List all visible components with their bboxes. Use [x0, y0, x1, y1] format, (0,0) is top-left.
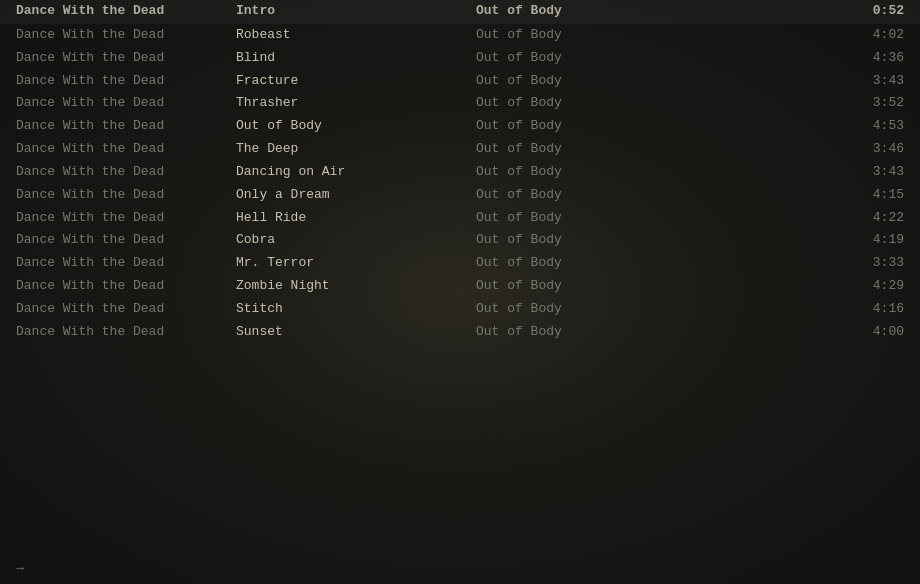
header-duration: 0:52	[676, 2, 904, 21]
track-duration: 4:00	[676, 323, 904, 342]
track-artist: Dance With the Dead	[16, 94, 236, 113]
track-title: Robeast	[236, 26, 476, 45]
track-row[interactable]: Dance With the DeadFractureOut of Body3:…	[0, 70, 920, 93]
track-list: Dance With the Dead Intro Out of Body 0:…	[0, 0, 920, 344]
track-artist: Dance With the Dead	[16, 26, 236, 45]
track-artist: Dance With the Dead	[16, 209, 236, 228]
track-album: Out of Body	[476, 323, 676, 342]
header-artist: Dance With the Dead	[16, 2, 236, 21]
track-row[interactable]: Dance With the DeadSunsetOut of Body4:00	[0, 321, 920, 344]
track-row[interactable]: Dance With the DeadThe DeepOut of Body3:…	[0, 138, 920, 161]
track-title: Blind	[236, 49, 476, 68]
header-title: Intro	[236, 2, 476, 21]
track-album: Out of Body	[476, 26, 676, 45]
track-duration: 4:15	[676, 186, 904, 205]
track-album: Out of Body	[476, 94, 676, 113]
track-title: Only a Dream	[236, 186, 476, 205]
track-title: Thrasher	[236, 94, 476, 113]
track-artist: Dance With the Dead	[16, 186, 236, 205]
track-title: Zombie Night	[236, 277, 476, 296]
track-album: Out of Body	[476, 209, 676, 228]
arrow-indicator: →	[16, 561, 24, 576]
track-album: Out of Body	[476, 300, 676, 319]
track-row[interactable]: Dance With the DeadDancing on AirOut of …	[0, 161, 920, 184]
track-album: Out of Body	[476, 277, 676, 296]
track-title: Sunset	[236, 323, 476, 342]
track-artist: Dance With the Dead	[16, 140, 236, 159]
track-row[interactable]: Dance With the DeadRobeastOut of Body4:0…	[0, 24, 920, 47]
track-artist: Dance With the Dead	[16, 277, 236, 296]
track-duration: 4:16	[676, 300, 904, 319]
track-album: Out of Body	[476, 231, 676, 250]
track-duration: 4:53	[676, 117, 904, 136]
track-title: The Deep	[236, 140, 476, 159]
track-artist: Dance With the Dead	[16, 117, 236, 136]
track-duration: 4:19	[676, 231, 904, 250]
track-album: Out of Body	[476, 117, 676, 136]
track-row[interactable]: Dance With the DeadCobraOut of Body4:19	[0, 229, 920, 252]
track-artist: Dance With the Dead	[16, 323, 236, 342]
track-row[interactable]: Dance With the DeadThrasherOut of Body3:…	[0, 92, 920, 115]
track-title: Mr. Terror	[236, 254, 476, 273]
track-duration: 4:29	[676, 277, 904, 296]
track-duration: 3:33	[676, 254, 904, 273]
track-album: Out of Body	[476, 254, 676, 273]
track-artist: Dance With the Dead	[16, 72, 236, 91]
track-artist: Dance With the Dead	[16, 49, 236, 68]
track-album: Out of Body	[476, 163, 676, 182]
track-title: Stitch	[236, 300, 476, 319]
track-artist: Dance With the Dead	[16, 163, 236, 182]
track-artist: Dance With the Dead	[16, 254, 236, 273]
track-title: Fracture	[236, 72, 476, 91]
header-album: Out of Body	[476, 2, 676, 21]
track-duration: 3:43	[676, 72, 904, 91]
track-row[interactable]: Dance With the DeadZombie NightOut of Bo…	[0, 275, 920, 298]
track-duration: 4:02	[676, 26, 904, 45]
track-duration: 4:36	[676, 49, 904, 68]
track-artist: Dance With the Dead	[16, 300, 236, 319]
track-row[interactable]: Dance With the DeadBlindOut of Body4:36	[0, 47, 920, 70]
track-album: Out of Body	[476, 49, 676, 68]
track-duration: 3:46	[676, 140, 904, 159]
track-row[interactable]: Dance With the DeadOnly a DreamOut of Bo…	[0, 184, 920, 207]
track-album: Out of Body	[476, 72, 676, 91]
track-duration: 3:52	[676, 94, 904, 113]
track-duration: 3:43	[676, 163, 904, 182]
track-artist: Dance With the Dead	[16, 231, 236, 250]
track-album: Out of Body	[476, 140, 676, 159]
track-title: Out of Body	[236, 117, 476, 136]
track-row[interactable]: Dance With the DeadMr. TerrorOut of Body…	[0, 252, 920, 275]
track-title: Hell Ride	[236, 209, 476, 228]
track-duration: 4:22	[676, 209, 904, 228]
track-row[interactable]: Dance With the DeadOut of BodyOut of Bod…	[0, 115, 920, 138]
track-list-header: Dance With the Dead Intro Out of Body 0:…	[0, 0, 920, 24]
track-row[interactable]: Dance With the DeadStitchOut of Body4:16	[0, 298, 920, 321]
track-album: Out of Body	[476, 186, 676, 205]
track-title: Dancing on Air	[236, 163, 476, 182]
track-title: Cobra	[236, 231, 476, 250]
track-row[interactable]: Dance With the DeadHell RideOut of Body4…	[0, 207, 920, 230]
